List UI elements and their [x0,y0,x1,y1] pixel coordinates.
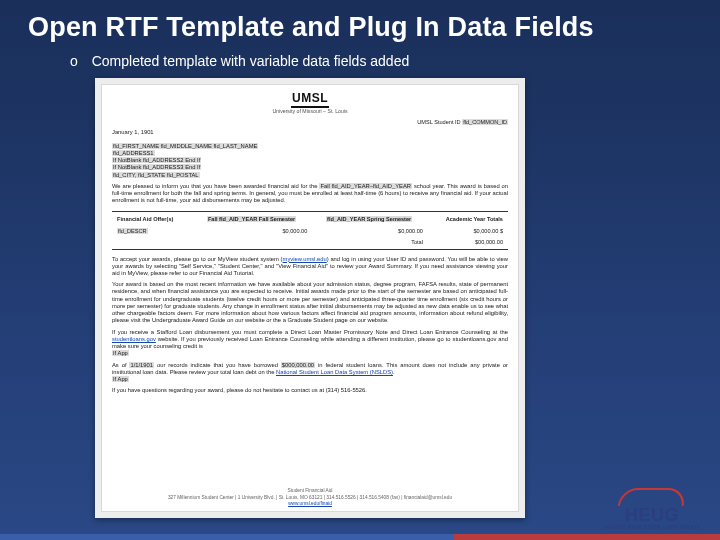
paragraph-loans: As of 1/1/1901 our records indicate that… [112,362,508,384]
bullet-item: o Completed template with variable data … [0,53,720,69]
doc-footer: Student Financial Aid 327 Millennium Stu… [112,488,508,507]
myview-link: myview.umsl.edu [283,256,327,262]
col-offers: Financial Aid Offer(s) [114,214,191,225]
document-screenshot: UMSL University of Missouri – St. Louis … [95,78,525,518]
p1a: We are pleased to inform you that you ha… [112,183,319,189]
accent-bar [0,534,720,540]
heug-logo: HEUG HIGHER EDUCATION USER GROUP [600,486,704,530]
footer-line2: 327 Millennium Student Center | 1 Univer… [112,495,508,501]
p5-amt: $000,000.00 [281,362,315,368]
financial-table: Financial Aid Offer(s) Fall fld_AID_YEAR… [112,211,508,250]
id-field: fld_COMMON_ID [462,119,508,125]
total-label: Total [312,238,426,247]
heug-swoosh-icon [618,488,687,506]
doc-subtitle: University of Missouri – St. Louis [112,108,508,115]
letter-date: January 1, 1901 [112,129,508,136]
footer-link: www.umsl.edu/finaid [112,501,508,507]
bullet-glyph: o [70,53,78,69]
address-block: fld_FIRST_NAME fld_MIDDLE_NAME fld_LAST_… [112,143,508,179]
p5-date: 1/1/1901 [129,362,154,368]
id-label: UMSL Student ID [417,119,460,125]
heug-brand: HEUG [625,506,679,524]
table-row: fld_DESCR $0,000.00 $0,000.00 $0,000.00 … [114,227,506,236]
col-fall: Fall fld_AID_YEAR Fall Semester [207,216,296,222]
p5d: . [393,369,395,375]
p1-year: Fall fld_AID_YEAR–fld_AID_YEAR [319,183,412,189]
row-descr: fld_DESCR [117,228,148,234]
table-header-row: Financial Aid Offer(s) Fall fld_AID_YEAR… [114,214,506,225]
cell-fall: $0,000.00 [193,227,310,236]
p4b: website. If you previously received Loan… [112,336,508,349]
studentloans-link: studentloans.gov [112,336,156,342]
col-totals: Academic Year Totals [428,214,506,225]
slide-title: Open RTF Template and Plug In Data Field… [0,0,720,53]
slide: Open RTF Template and Plug In Data Field… [0,0,720,540]
table-total-row: Total $00,000.00 [114,238,506,247]
cell-year: $0,000.00 $ [428,227,506,236]
p5a: As of [112,362,129,368]
p5-ifapp: If App [112,376,129,382]
p5b: our records indicate that you have borro… [154,362,281,368]
col-spring: fld_AID_YEAR Spring Semester [326,216,412,222]
doc-header: UMSL [112,91,508,108]
student-id-row: UMSL Student ID fld_COMMON_ID [112,119,508,126]
addr-line1: fld_ADDRESS1 [112,150,155,156]
paragraph-intro: We are pleased to inform you that you ha… [112,183,508,205]
rtf-document: UMSL University of Missouri – St. Louis … [101,84,519,512]
paragraph-stafford: If you receive a Stafford Loan disbursem… [112,329,508,358]
p4-ifapp: If App [112,350,129,356]
p2a: To accept your awards, please go to our … [112,256,283,262]
p4a: If you receive a Stafford Loan disbursem… [112,329,508,335]
addr-line2: If NotBlank fld_ADDRESS2 End If [112,157,201,163]
bullet-text: Completed template with variable data fi… [92,53,410,69]
nslds-link: National Student Loan Data System (NSLDS… [276,369,393,375]
paragraph-contact: If you have questions regarding your awa… [112,387,508,394]
addr-name: fld_FIRST_NAME fld_MIDDLE_NAME fld_LAST_… [112,143,258,149]
total-value: $00,000.00 [428,238,506,247]
cell-spring: $0,000.00 [312,227,426,236]
umsl-logo: UMSL [291,91,329,108]
paragraph-basis: Your award is based on the most recent i… [112,281,508,324]
addr-city: fld_CITY, fld_STATE fld_POSTAL [112,172,200,178]
paragraph-accept: To accept your awards, please go to our … [112,256,508,278]
addr-line3: If NotBlank fld_ADDRESS3 End If [112,164,201,170]
heug-tagline: HIGHER EDUCATION USER GROUP [604,524,700,530]
